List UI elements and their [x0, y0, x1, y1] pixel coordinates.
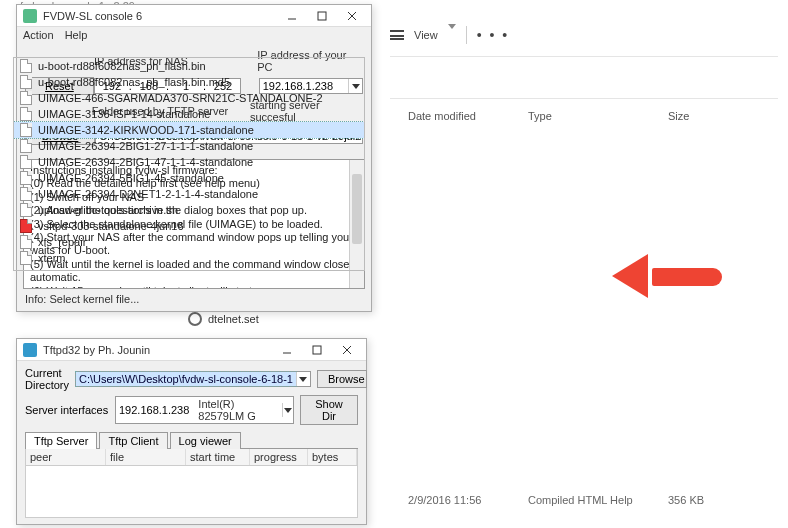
col-size[interactable]: Size: [660, 106, 740, 126]
file-typedesc: Compiled HTML Help: [520, 492, 660, 508]
file-icon: [20, 91, 32, 105]
col-type[interactable]: Type: [520, 106, 660, 126]
app-icon: [23, 343, 37, 357]
minimize-button[interactable]: [277, 6, 307, 26]
file-item[interactable]: UIMAGE-26394-2BIG1-27-1-1-1-standalone: [14, 138, 364, 154]
view-dropdown[interactable]: View: [414, 29, 438, 41]
tab-tftp-client[interactable]: Tftp Client: [99, 432, 167, 449]
svg-rect-1: [318, 12, 326, 20]
server-interface-ip[interactable]: 192.168.1.238: [116, 403, 192, 417]
file-item-label: u-boot-rd88f6082nas_ph_flash.bin.md5: [38, 76, 230, 88]
file-item-label: UIMAGE-26394-5BIG1-45-standalone: [38, 172, 224, 184]
minimize-button[interactable]: [272, 340, 302, 360]
maximize-button[interactable]: [302, 340, 332, 360]
file-item[interactable]: upload-glibc-tools-archive.sh: [14, 202, 364, 218]
transfer-grid[interactable]: [25, 466, 358, 518]
server-interfaces-label: Server interfaces: [25, 404, 109, 416]
file-date: 2/9/2016 11:56: [400, 492, 520, 508]
server-interface-name: Intel(R) 82579LM G: [192, 397, 281, 423]
menu-action[interactable]: Action: [23, 29, 54, 41]
chevron-down-icon[interactable]: [296, 372, 310, 386]
tab-tftp-server[interactable]: Tftp Server: [25, 432, 97, 449]
file-item-label: vsftpd-303-standalone-4jun16: [38, 220, 184, 232]
file-name: dtelnet.set: [208, 313, 259, 325]
hamburger-icon: [390, 30, 404, 40]
file-icon: [20, 155, 32, 169]
file-item[interactable]: UIMAGE-466-SGARMADA370-SRN21C-STANDALONE…: [14, 90, 364, 106]
show-dir-button[interactable]: Show Dir: [300, 395, 358, 425]
app-icon: [23, 9, 37, 23]
file-item-label: UIMAGE-26394-D2NET1-2-1-1-4-standalone: [38, 188, 258, 200]
info-status-line: Info: Select kernel file...: [17, 291, 371, 311]
file-icon: [20, 235, 32, 249]
file-item-label: UIMAGE-26394-2BIG1-47-1-1-4-standalone: [38, 156, 253, 168]
settings-file-icon: [188, 312, 202, 326]
file-icon: [20, 219, 32, 233]
file-size: 356 KB: [660, 492, 740, 508]
file-item-label: xterm: [38, 252, 66, 264]
close-button[interactable]: [332, 340, 362, 360]
file-list[interactable]: u-boot-rd88f6082nas_ph_flash.binu-boot-r…: [13, 57, 365, 271]
file-icon: [20, 107, 32, 121]
chevron-down-icon[interactable]: [282, 403, 293, 417]
file-icon: [20, 171, 32, 185]
instruction-line: (6) Wait 15 seconds until telnet client …: [30, 285, 358, 289]
file-item[interactable]: vsftpd-303-standalone-4jun16: [14, 218, 364, 234]
file-row[interactable]: dtelnet.set: [188, 312, 259, 326]
file-item[interactable]: UIMAGE-26394-2BIG1-47-1-1-4-standalone: [14, 154, 364, 170]
file-item[interactable]: UIMAGE-3142-KIRKWOOD-171-standalone: [14, 122, 364, 138]
file-item-label: u-boot-rd88f6082nas_ph_flash.bin: [38, 60, 206, 72]
col-bytes[interactable]: bytes: [308, 449, 357, 465]
file-item-label: UIMAGE-466-SGARMADA370-SRN21C-STANDALONE…: [38, 92, 323, 104]
file-item-label: upload-glibc-tools-archive.sh: [38, 204, 178, 216]
window-title: FVDW-SL console 6: [43, 10, 277, 22]
col-peer[interactable]: peer: [26, 449, 106, 465]
file-item-label: UIMAGE-3142-KIRKWOOD-171-standalone: [38, 124, 254, 136]
close-button[interactable]: [337, 6, 367, 26]
menu-bar: Action Help: [17, 27, 371, 43]
file-icon: [20, 251, 32, 265]
file-icon: [20, 59, 32, 73]
file-icon: [20, 187, 32, 201]
file-item[interactable]: xfs_repair: [14, 234, 364, 250]
svg-rect-5: [313, 346, 321, 354]
file-item[interactable]: u-boot-rd88f6082nas_ph_flash.bin.md5: [14, 74, 364, 90]
file-item[interactable]: xterm: [14, 250, 364, 266]
browse-button[interactable]: Browse: [317, 370, 367, 388]
file-item[interactable]: UIMAGE-3136-ISP1-14-standalone: [14, 106, 364, 122]
col-date-modified[interactable]: Date modified: [400, 106, 520, 126]
current-dir-label: Current Directory: [25, 367, 69, 391]
maximize-button[interactable]: [307, 6, 337, 26]
file-icon: [20, 123, 32, 137]
col-start-time[interactable]: start time: [186, 449, 250, 465]
window-title: Tftpd32 by Ph. Jounin: [43, 344, 272, 356]
file-item-label: UIMAGE-26394-2BIG1-27-1-1-1-standalone: [38, 140, 253, 152]
tab-log-viewer[interactable]: Log viewer: [170, 432, 241, 449]
file-icon: [20, 139, 32, 153]
file-item-label: UIMAGE-3136-ISP1-14-standalone: [38, 108, 210, 120]
file-item[interactable]: UIMAGE-26394-D2NET1-2-1-1-4-standalone: [14, 186, 364, 202]
col-file[interactable]: file: [106, 449, 186, 465]
menu-help[interactable]: Help: [65, 29, 88, 41]
more-options-icon[interactable]: • • •: [477, 27, 509, 43]
chevron-down-icon: [448, 29, 456, 41]
file-icon: [20, 75, 32, 89]
file-item[interactable]: u-boot-rd88f6082nas_ph_flash.bin: [14, 58, 364, 74]
file-item[interactable]: UIMAGE-26394-5BIG1-45-standalone: [14, 170, 364, 186]
current-dir-combo[interactable]: C:\Users\W\Desktop\fvdw-sl-console-6-18-…: [76, 372, 296, 386]
file-icon: [20, 203, 32, 217]
col-progress[interactable]: progress: [250, 449, 308, 465]
file-item-label: xfs_repair: [38, 236, 86, 248]
tftpd32-window: Tftpd32 by Ph. Jounin Current Directory …: [16, 338, 367, 525]
